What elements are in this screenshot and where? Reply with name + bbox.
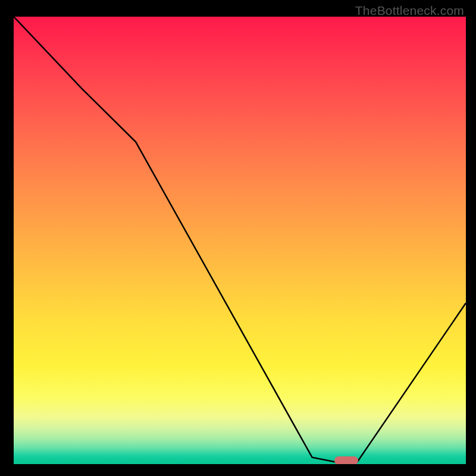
curve-svg [14, 17, 466, 464]
watermark-text: TheBottleneck.com [355, 4, 464, 18]
plot-area [12, 17, 466, 466]
chart-container: TheBottleneck.com [0, 0, 476, 476]
optimal-marker [334, 456, 358, 465]
bottleneck-curve [14, 17, 466, 462]
